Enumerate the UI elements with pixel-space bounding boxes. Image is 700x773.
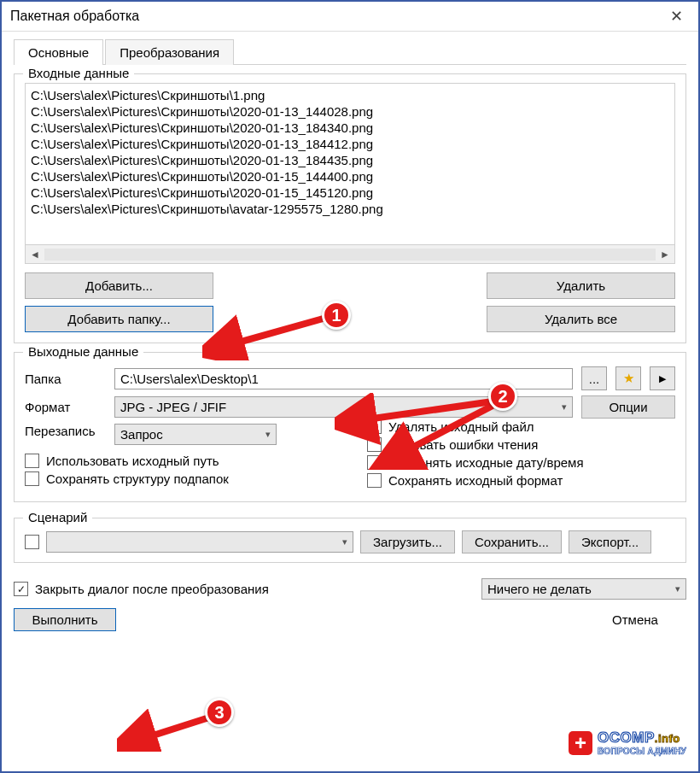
- group-scenario: Сценарий ▾ Загрузить... Сохранить... Экс…: [14, 518, 686, 563]
- tab-transforms[interactable]: Преобразования: [105, 39, 234, 65]
- add-button[interactable]: Добавить...: [25, 272, 213, 299]
- check-use-source-path[interactable]: Использовать исходный путь: [25, 454, 333, 468]
- watermark-plus-icon: +: [569, 731, 592, 755]
- check-close-after[interactable]: ✓Закрыть диалог после преобразования: [14, 582, 269, 596]
- svg-line-3: [124, 717, 209, 745]
- after-action-select[interactable]: Ничего не делать ▾: [481, 578, 686, 600]
- remove-button[interactable]: Удалить: [487, 272, 675, 299]
- browse-button[interactable]: ...: [581, 366, 607, 390]
- annotation-marker-1: 1: [322, 301, 351, 330]
- group-scenario-legend: Сценарий: [23, 510, 92, 524]
- chevron-down-icon: ▾: [265, 429, 271, 440]
- favorite-icon[interactable]: ★: [615, 366, 641, 390]
- group-input-legend: Входные данные: [23, 66, 134, 80]
- file-item[interactable]: C:\Users\alex\Pictures\Скриншоты\2020-01…: [31, 120, 669, 136]
- scenario-select[interactable]: ▾: [46, 531, 353, 553]
- bottom-bar: ✓Закрыть диалог после преобразования Нич…: [2, 566, 698, 643]
- scenario-export-button[interactable]: Экспорт...: [569, 530, 651, 553]
- file-list[interactable]: C:\Users\alex\Pictures\Скриншоты\1.png C…: [25, 83, 675, 245]
- check-keep-datetime[interactable]: Сохранять исходные дату/время: [367, 455, 675, 470]
- window-title: Пакетная обработка: [10, 9, 139, 24]
- group-output-legend: Выходные данные: [23, 344, 143, 359]
- file-item[interactable]: C:\Users\alex\Pictures\Скриншоты\2020-01…: [31, 152, 669, 168]
- group-input: Входные данные C:\Users\alex\Pictures\Ск…: [14, 73, 686, 343]
- overwrite-value: Запрос: [120, 427, 163, 442]
- close-icon[interactable]: ✕: [663, 7, 690, 26]
- scroll-track[interactable]: [44, 249, 656, 261]
- file-item[interactable]: C:\Users\alex\Pictures\Скриншоты\2020-01…: [31, 103, 669, 120]
- run-button[interactable]: Выполнить: [14, 608, 116, 631]
- scenario-load-button[interactable]: Загрузить...: [360, 530, 455, 553]
- tabs: Основные Преобразования: [14, 38, 686, 65]
- tab-main[interactable]: Основные: [14, 39, 103, 65]
- chevron-down-icon: ▾: [342, 536, 347, 548]
- overwrite-label: Перезапись: [25, 424, 106, 438]
- tab-panel-main: Входные данные C:\Users\alex\Pictures\Ск…: [2, 65, 698, 514]
- file-item[interactable]: C:\Users\alex\Pictures\Скриншоты\avatar-…: [31, 201, 669, 217]
- overwrite-select[interactable]: Запрос ▾: [114, 424, 277, 445]
- scenario-checkbox[interactable]: [25, 535, 39, 549]
- titlebar: Пакетная обработка ✕: [2, 2, 698, 32]
- format-label: Формат: [25, 400, 106, 414]
- file-list-hscrollbar[interactable]: ◄ ►: [25, 245, 675, 264]
- chevron-down-icon: ▾: [562, 401, 567, 413]
- options-button[interactable]: Опции: [581, 395, 675, 419]
- watermark: + OCOMP.info ВОПРОСЫ АДМИНУ: [569, 729, 686, 756]
- file-item[interactable]: C:\Users\alex\Pictures\Скриншоты\2020-01…: [31, 184, 669, 201]
- annotation-arrow-3: [117, 709, 219, 752]
- group-output: Выходные данные Папка ... ★ ▶ Формат JPG…: [14, 352, 686, 502]
- annotation-marker-3: 3: [205, 698, 234, 727]
- check-keep-format[interactable]: Сохранять исходный формат: [367, 473, 675, 488]
- scroll-right-icon[interactable]: ►: [656, 249, 674, 261]
- check-delete-source[interactable]: Удалять исходный файл: [367, 419, 675, 434]
- folder-label: Папка: [25, 372, 106, 386]
- check-hide-read-errors[interactable]: Скрывать ошибки чтения: [367, 437, 675, 452]
- format-value: JPG - JPEG / JFIF: [120, 400, 226, 414]
- cancel-button[interactable]: Отмена: [584, 609, 686, 630]
- scenario-save-button[interactable]: Сохранить...: [462, 530, 562, 553]
- chevron-down-icon: ▾: [675, 583, 680, 594]
- remove-all-button[interactable]: Удалить все: [487, 306, 675, 332]
- file-item[interactable]: C:\Users\alex\Pictures\Скриншоты\2020-01…: [31, 136, 669, 152]
- file-item[interactable]: C:\Users\alex\Pictures\Скриншоты\2020-01…: [31, 168, 669, 184]
- annotation-marker-2: 2: [488, 382, 517, 411]
- menu-arrow-icon[interactable]: ▶: [650, 366, 675, 390]
- file-item[interactable]: C:\Users\alex\Pictures\Скриншоты\1.png: [31, 87, 669, 103]
- check-keep-subfolders[interactable]: Сохранять структуру подпапок: [25, 471, 333, 486]
- add-folder-button[interactable]: Добавить папку...: [25, 306, 213, 332]
- scroll-left-icon[interactable]: ◄: [26, 249, 44, 261]
